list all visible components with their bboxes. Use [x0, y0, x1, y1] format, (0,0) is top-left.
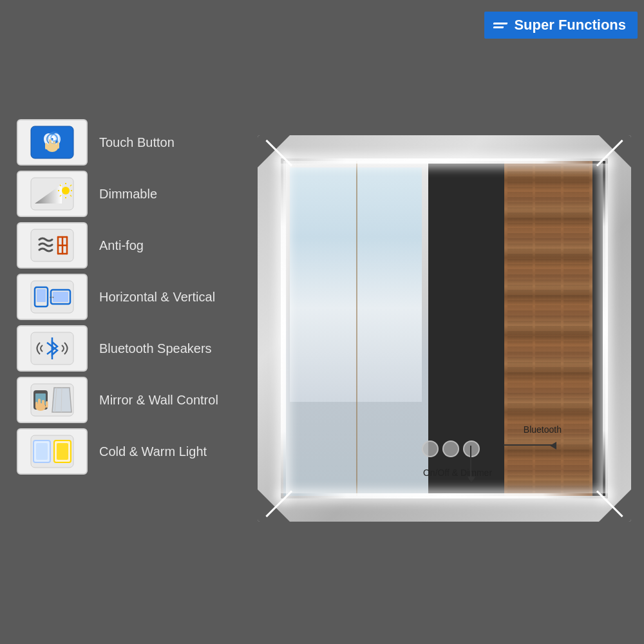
svg-rect-31: [37, 289, 46, 302]
mirror-vertical-divider: [356, 161, 357, 496]
annotation-onoff: On/Off & Dimmer: [423, 468, 492, 478]
dimmable-icon: [30, 176, 75, 211]
mwc-icon-box: [17, 377, 88, 423]
onoff-button[interactable]: [422, 440, 439, 457]
anti-fog-icon-box: [17, 222, 88, 269]
svg-point-13: [62, 187, 70, 194]
led-left: [281, 158, 286, 498]
feature-label-cwl: Cold & Warm Light: [99, 444, 207, 459]
dimmer-button[interactable]: [442, 440, 459, 457]
svg-rect-43: [42, 400, 44, 408]
hv-icon: ↔: [30, 279, 75, 314]
svg-text:↔: ↔: [48, 293, 55, 301]
annotation-bluetooth: Bluetooth: [524, 424, 562, 435]
feature-label-mwc: Mirror & Wall Control: [99, 393, 218, 408]
led-bottom: [281, 493, 608, 498]
led-top: [281, 158, 608, 164]
wood-panel-2: [535, 161, 561, 496]
feature-item-anti-fog: Anti-fog: [17, 222, 218, 269]
anti-fog-icon: [30, 228, 75, 263]
feature-item-hv: ↔ Horizontal & Vertical: [17, 274, 218, 320]
feature-label-hv: Horizontal & Vertical: [99, 290, 215, 305]
super-functions-label: Super Functions: [514, 17, 626, 33]
svg-rect-45: [35, 402, 38, 408]
features-list: Touch Button: [17, 119, 218, 475]
svg-rect-53: [57, 443, 68, 460]
bluetooth-icon-box: [17, 325, 88, 372]
feature-item-bluetooth: Bluetooth Speakers: [17, 325, 218, 372]
feature-label-touch-button: Touch Button: [99, 135, 175, 150]
wood-door: [504, 161, 593, 496]
mirror-background: [258, 135, 631, 522]
feature-item-cwl: Cold & Warm Light: [17, 428, 218, 475]
annotation-arrow-head: [468, 477, 475, 483]
feature-label-dimmable: Dimmable: [99, 187, 157, 202]
mwc-icon: [30, 383, 75, 417]
feature-item-mwc: Mirror & Wall Control: [17, 377, 218, 423]
svg-rect-42: [38, 399, 41, 408]
mirror-left-reflection: [283, 161, 428, 496]
wood-panel-1: [507, 161, 533, 496]
touch-button-icon: [30, 125, 75, 160]
annotation-arrow-head-h: [550, 442, 556, 450]
svg-point-3: [46, 143, 58, 152]
cwl-icon-box: [17, 428, 88, 475]
feature-label-anti-fog: Anti-fog: [99, 238, 144, 253]
wood-panel-3: [564, 161, 589, 496]
dimmable-icon-box: [17, 171, 88, 217]
svg-rect-51: [36, 443, 48, 460]
feature-item-dimmable: Dimmable: [17, 171, 218, 217]
mirror-container: Bluetooth On/Off & Dimmer: [258, 135, 631, 522]
led-right: [603, 158, 608, 498]
cwl-icon: [30, 434, 75, 469]
sf-lines-icon: [493, 23, 507, 28]
feature-item-touch-button: Touch Button: [17, 119, 218, 166]
annotation-arrow-v: [470, 446, 471, 478]
svg-rect-5: [53, 140, 55, 149]
bluetooth-icon: [30, 331, 75, 366]
annotation-arrow-h: [504, 444, 555, 446]
feature-label-bluetooth: Bluetooth Speakers: [99, 341, 212, 356]
touch-button-icon-box: [17, 119, 88, 166]
svg-rect-44: [46, 401, 48, 408]
svg-rect-7: [45, 143, 48, 149]
hv-icon-box: ↔: [17, 274, 88, 320]
super-functions-badge: Super Functions: [484, 12, 638, 39]
